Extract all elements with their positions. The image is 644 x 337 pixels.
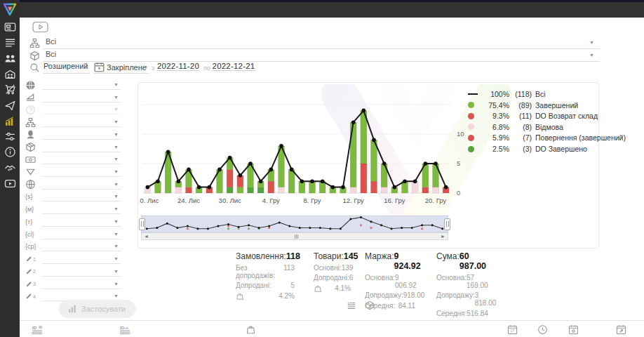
legend-item[interactable]: 100%(118)Всі — [468, 90, 546, 98]
stat-row-value: 84.11 — [398, 302, 415, 310]
pencil-icon — [25, 253, 33, 265]
filter-dropdown[interactable]: ▼ — [42, 166, 121, 177]
filter-dropdown[interactable]: ▼ — [42, 278, 121, 289]
period-type-dropdown[interactable]: Закріплене ▼ — [94, 62, 149, 74]
legend-item[interactable]: 5.9%(7)Повернення (завершений) — [468, 133, 626, 142]
video-help-button[interactable] — [32, 21, 49, 33]
column-id-o-icon[interactable]: ID-o — [119, 324, 133, 335]
chevron-down-icon: ▼ — [589, 53, 594, 58]
legend-item[interactable]: 9.3%(11)DO Возврат склад — [468, 112, 598, 120]
filter-row-icon — [25, 154, 38, 165]
chevron-down-icon: ▼ — [114, 169, 119, 174]
legend-item[interactable]: 75.4%(89)Завершений — [468, 101, 578, 110]
filter-row-icon: 2 — [25, 266, 38, 277]
scroll-right-icon[interactable]: ► — [441, 233, 445, 239]
svg-text:30. Лис: 30. Лис — [219, 197, 241, 204]
sidebar-nav — [0, 0, 20, 337]
filter-dropdown[interactable]: ▼ — [42, 190, 121, 201]
sidebar-item-sliders[interactable] — [4, 131, 16, 143]
sidebar-item-send[interactable] — [4, 100, 16, 112]
sidebar-item-video-tutorials[interactable] — [4, 178, 16, 190]
column-calendar-export-icon[interactable] — [616, 324, 626, 335]
brace-var-icon: {м} — [25, 206, 34, 213]
stat-row: Допродажу:3 818.00 — [436, 291, 487, 307]
chevron-down-icon: ▼ — [114, 157, 119, 161]
column-calendar-gear-icon[interactable] — [568, 324, 579, 335]
chart-bars-icon — [67, 303, 78, 314]
filter-dropdown[interactable]: ▼ — [42, 228, 121, 239]
date-from-label: з — [152, 65, 154, 72]
sidebar-item-handshake[interactable] — [4, 162, 16, 174]
chevron-down-icon: ▼ — [114, 82, 119, 87]
filter-dropdown[interactable]: ▼ — [42, 178, 121, 190]
filter-dropdown[interactable]: ▼ — [42, 116, 121, 127]
source-filter-dropdown[interactable]: Всі ▼ — [43, 37, 600, 49]
column-calendar-date-icon[interactable]: 17 — [507, 324, 518, 335]
scrollbar-grip[interactable] — [295, 234, 301, 239]
stat-row-value: 57 169.00 — [467, 274, 488, 289]
sidebar-item-list-lines[interactable] — [4, 37, 16, 48]
filter-dropdown[interactable]: ▼ — [42, 240, 121, 251]
filter-dropdown[interactable]: ▼ — [42, 203, 121, 214]
orders-chart: 051020. Лис24. Лис30. Лис4. Гру8. Гру12.… — [140, 86, 469, 209]
filter-dropdown[interactable]: ▼ — [42, 128, 121, 140]
handshake-icon — [4, 164, 16, 176]
table-header-toolbar: IDID-o17 — [20, 320, 644, 337]
brace-var-icon: {т} — [25, 218, 32, 225]
ramp-icon — [25, 92, 36, 103]
svg-text:8. Гру: 8. Гру — [303, 197, 321, 204]
chart-scrollbar[interactable]: ◄ ► — [141, 232, 448, 240]
sidebar-item-building-users[interactable] — [4, 68, 16, 80]
column-id-equals-icon[interactable]: ID — [32, 324, 45, 335]
pencil-icon — [25, 278, 33, 291]
filter-dropdown[interactable]: ▼ — [42, 141, 121, 152]
stat-column: Товари:145Основні:139Допродані:6s4.1% — [314, 251, 351, 294]
sliders-icon — [4, 133, 16, 145]
date-from-input[interactable]: 2022-11-20 — [156, 62, 200, 71]
chevron-down-icon: ▼ — [114, 206, 119, 211]
stat-value: 118 — [286, 251, 300, 261]
sidebar-item-chart-bars[interactable] — [4, 115, 16, 127]
navigator-right-handle[interactable] — [444, 218, 450, 230]
scroll-left-icon[interactable]: ◄ — [144, 233, 149, 239]
filter-row-icon: 1 — [25, 253, 38, 265]
person-icon — [25, 129, 36, 140]
chevron-down-icon: ▼ — [114, 95, 119, 100]
legend-percent: 5.9% — [483, 133, 509, 142]
svg-text:20. Гру: 20. Гру — [425, 197, 447, 204]
svg-text:s: s — [321, 290, 322, 293]
column-bag-icon[interactable] — [246, 324, 256, 335]
sidebar-item-users[interactable] — [4, 53, 16, 65]
sidebar-item-cart-disabled[interactable] — [4, 84, 16, 95]
legend-label: Повернення (завершений) — [535, 133, 626, 142]
search-mode-dropdown[interactable]: Розширений ▼ — [43, 62, 90, 74]
package-view-button[interactable] — [365, 300, 375, 313]
filter-dropdown[interactable]: ▼ — [42, 79, 121, 90]
stat-row-value: 3 818.00 — [475, 291, 497, 307]
stat-row: Основні:139 — [314, 264, 351, 272]
product-filter-dropdown[interactable]: Всі ▼ — [43, 50, 600, 62]
filter-dropdown[interactable]: ▼ — [42, 216, 121, 227]
filter-dropdown[interactable]: ▼ — [42, 153, 121, 164]
filter-dropdown[interactable]: ▼ — [42, 265, 121, 277]
stat-row: s4.1% — [314, 284, 351, 294]
chart-navigator[interactable] — [141, 216, 448, 232]
list-view-button[interactable] — [347, 300, 356, 313]
sidebar-item-media-card[interactable] — [4, 21, 16, 33]
svg-text:24. Лис: 24. Лис — [177, 197, 200, 204]
date-to-input[interactable]: 2022-12-21 — [212, 62, 255, 71]
sidebar-item-info[interactable] — [4, 146, 16, 158]
column-clock-icon[interactable] — [537, 324, 548, 335]
legend-label: Відмова — [535, 123, 563, 131]
legend-percent: 75.4% — [483, 101, 509, 110]
apply-button[interactable]: Застосувати — [59, 300, 135, 318]
legend-item[interactable]: 6.8%(8)Відмова — [468, 123, 563, 131]
top-header-bar — [0, 0, 644, 18]
legend-swatch — [468, 93, 483, 95]
globe-filled-icon — [25, 80, 36, 91]
stat-row-value: 9 006.92 — [395, 274, 417, 289]
legend-item[interactable]: 2.5%(3)DO Завершено — [468, 145, 587, 153]
navigator-left-handle[interactable] — [139, 218, 145, 230]
filter-dropdown[interactable]: ▼ — [42, 253, 121, 264]
filter-dropdown[interactable]: ▼ — [42, 91, 121, 103]
